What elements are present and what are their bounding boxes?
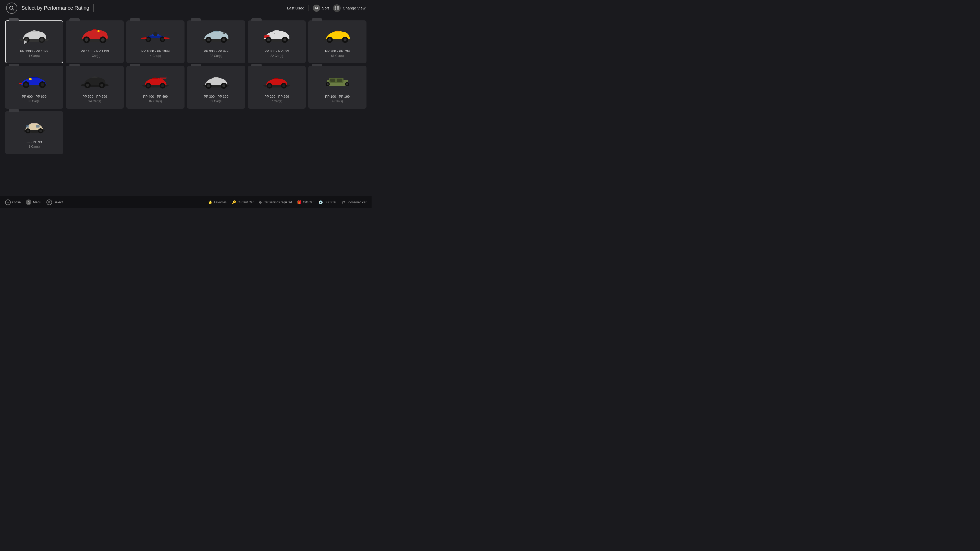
svg-point-24 [161, 38, 164, 41]
select-button[interactable]: ✕ Select [46, 200, 63, 205]
header: Select by Performance Rating Last Used 1… [0, 0, 372, 16]
car-count-pp100: 4 Car(s) [332, 100, 343, 103]
car-card-pp1100[interactable]: PP 1100 - PP 1199 1 Car(s) [66, 21, 124, 63]
svg-rect-6 [337, 8, 339, 9]
svg-point-12 [40, 38, 44, 41]
car-range-pp300: PP 300 - PP 399 [204, 94, 228, 99]
car-count-pp1300: 1 Car(s) [29, 54, 40, 58]
car-image-pp700 [312, 24, 363, 47]
favorites-icon: ⭐ [208, 200, 212, 204]
car-card-pp900[interactable]: S1 PP 900 - PP 999 22 Car(s) [187, 21, 245, 63]
svg-rect-89 [36, 125, 40, 127]
svg-point-28 [207, 38, 210, 41]
car-card-pp1300[interactable]: PP 1300 - PP 1399 1 Car(s) [5, 21, 63, 63]
car-image-pp1100 [69, 24, 121, 47]
gift-car-icon: 🎁 [297, 200, 301, 204]
menu-label: Menu [33, 200, 41, 204]
car-card-pp200[interactable]: PP 200 - PP 299 7 Car(s) [248, 66, 306, 109]
folder-tab [9, 18, 19, 21]
car-image-pp1300 [9, 24, 60, 47]
legend-car-settings: ⚙ Car settings required [259, 200, 292, 204]
car-range-pp800: PP 800 - PP 899 [264, 49, 289, 54]
view-icon [333, 4, 341, 12]
svg-point-0 [10, 6, 13, 9]
main-content: PP 1300 - PP 1399 1 Car(s) PP 1100 - PP … [0, 16, 372, 158]
svg-point-47 [41, 83, 44, 86]
car-count-pp500: 94 Car(s) [88, 100, 101, 103]
car-card-pp1000[interactable]: PP 1000 - PP 1099 4 Car(s) [126, 21, 185, 63]
car-image-pp900: S1 [191, 24, 242, 47]
car-grid-row2: PP 600 - PP 699 88 Car(s) PP 500 - PP 59… [5, 66, 366, 109]
header-divider2 [309, 5, 309, 11]
svg-rect-7 [337, 10, 339, 10]
svg-point-58 [147, 84, 150, 87]
svg-point-35 [267, 38, 270, 41]
car-card-pp600[interactable]: PP 600 - PP 699 88 Car(s) [5, 66, 63, 109]
dlc-car-icon: 💿 [318, 200, 323, 204]
folder-tab [312, 64, 322, 66]
legend-current-car: 🔑 Current Car [232, 200, 254, 204]
car-count-pp99: 1 Car(s) [29, 145, 40, 148]
car-count-pp200: 7 Car(s) [271, 100, 282, 103]
svg-rect-55 [160, 78, 166, 79]
car-image-pp300 [191, 69, 242, 92]
car-card-pp400[interactable]: PP 400 - PP 499 82 Car(s) [126, 66, 185, 109]
select-label: Select [54, 200, 63, 204]
svg-rect-56 [165, 76, 166, 79]
svg-point-22 [147, 38, 150, 41]
car-range-pp900: PP 900 - PP 999 [204, 49, 228, 54]
gift-car-label: Gift Car [303, 200, 313, 204]
car-image-pp500 [69, 69, 121, 92]
menu-button[interactable]: △ Menu [26, 200, 41, 205]
car-card-pp500[interactable]: PP 500 - PP 599 94 Car(s) [66, 66, 124, 109]
current-car-label: Current Car [238, 200, 254, 204]
close-button[interactable]: ○ Close [5, 200, 21, 205]
svg-rect-5 [334, 8, 336, 10]
car-card-pp800[interactable]: 2 PP 800 - PP 899 22 Car(s) [248, 21, 306, 63]
folder-tab [69, 18, 80, 21]
svg-point-30 [222, 38, 225, 41]
car-range-pp1000: PP 1000 - PP 1099 [142, 49, 170, 54]
svg-text:2: 2 [274, 32, 275, 35]
svg-point-85 [27, 130, 29, 132]
car-range-pp1300: PP 1300 - PP 1399 [20, 49, 48, 54]
search-icon [9, 5, 14, 11]
svg-point-82 [346, 83, 348, 85]
svg-point-53 [100, 84, 103, 87]
svg-rect-88 [26, 125, 29, 127]
car-count-pp400: 82 Car(s) [149, 100, 162, 103]
favorites-label: Favorites [214, 200, 226, 204]
page-title: Select by Performance Rating [21, 5, 89, 11]
car-range-pp700: PP 700 - PP 799 [325, 49, 350, 54]
car-image-pp400 [130, 69, 181, 92]
svg-point-37 [283, 38, 286, 41]
svg-point-70 [282, 84, 285, 87]
legend-favorites: ⭐ Favorites [208, 200, 226, 204]
car-card-pp700[interactable]: PP 700 - PP 799 61 Car(s) [308, 21, 366, 63]
car-card-pp300[interactable]: PP 300 - PP 399 32 Car(s) [187, 66, 245, 109]
search-button[interactable] [6, 3, 18, 14]
car-image-pp800: 2 [251, 24, 302, 47]
sort-button[interactable]: 14 Sort [313, 5, 329, 12]
svg-point-51 [86, 84, 89, 87]
car-range-pp1100: PP 1100 - PP 1199 [81, 49, 109, 54]
close-button-icon: ○ [5, 200, 11, 205]
car-grid-row3: --- - PP 99 1 Car(s) [5, 111, 366, 154]
change-view-button[interactable]: Change View [333, 4, 366, 12]
car-count-pp900: 22 Car(s) [210, 54, 223, 58]
folder-tab [9, 64, 19, 66]
svg-point-41 [328, 38, 331, 41]
close-label: Close [12, 200, 21, 204]
car-card-pp100[interactable]: PP 100 - PP 199 4 Car(s) [308, 66, 366, 109]
svg-line-1 [13, 9, 14, 10]
car-card-pp99[interactable]: --- - PP 99 1 Car(s) [5, 111, 63, 154]
svg-text:S1: S1 [223, 32, 225, 34]
folder-tab [191, 18, 201, 21]
sort-label: Sort [322, 6, 329, 10]
car-range-pp600: PP 600 - PP 699 [22, 94, 46, 99]
svg-rect-2 [334, 6, 336, 8]
car-image-pp200 [251, 69, 302, 92]
svg-point-48 [29, 78, 32, 80]
last-used-button[interactable]: Last Used [287, 6, 304, 10]
folder-tab [191, 64, 201, 66]
